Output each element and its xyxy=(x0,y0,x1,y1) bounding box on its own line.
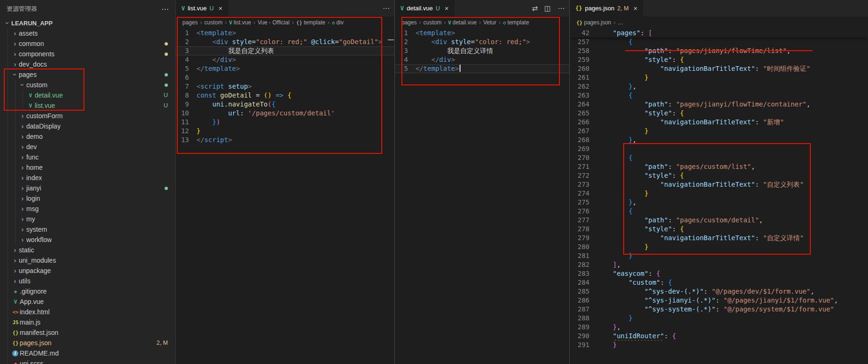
code-line-8[interactable]: 8const goDetail = () => { xyxy=(176,91,394,100)
code-line-263[interactable]: 263 { xyxy=(570,91,868,100)
code-line-269[interactable]: 269 xyxy=(570,144,868,153)
sticky-scroll-line[interactable]: 42 "pages": [ xyxy=(570,29,868,38)
tree-item-msg[interactable]: ›msg xyxy=(0,204,175,214)
tree-item-manifest.json[interactable]: {}manifest.json xyxy=(0,327,175,338)
split-editor-icon[interactable]: ◫ xyxy=(544,4,551,13)
code-line-268[interactable]: 268 }, xyxy=(570,136,868,144)
tree-item-static[interactable]: ›static xyxy=(0,245,175,255)
code-line-7[interactable]: 7<script setup> xyxy=(176,82,394,91)
tree-item-main.js[interactable]: JSmain.js xyxy=(0,317,175,327)
tree-item-assets[interactable]: ›assets xyxy=(0,28,175,38)
code-line-285[interactable]: 285 "^sys-dev-(.*)": "@/pages/dev/$1/for… xyxy=(570,287,868,296)
breadcrumb-item[interactable]: ◇template xyxy=(503,19,529,26)
close-icon[interactable]: × xyxy=(219,4,223,12)
more-actions-icon[interactable]: ⋯ xyxy=(558,4,565,13)
code-line-271[interactable]: 271 "path": "pages/custom/list", xyxy=(570,162,868,171)
code-line-258[interactable]: 258 "path": "pages/jianyi/flowTime/list"… xyxy=(570,46,868,55)
tree-item-detail.vue[interactable]: Vdetail.vueU xyxy=(0,90,175,100)
tree-item-unpackage[interactable]: ›unpackage xyxy=(0,265,175,276)
code-line-290[interactable]: 290 "uniIdRouter": { xyxy=(570,332,868,341)
tree-item-dev_docs[interactable]: ›dev_docs xyxy=(0,59,175,69)
tree-item-dataDisplay[interactable]: ›dataDisplay xyxy=(0,121,175,131)
breadcrumb-item[interactable]: pages xyxy=(182,19,198,26)
tree-item-pages[interactable]: ›pages xyxy=(0,69,175,80)
breadcrumb-item[interactable]: Vdetail.vue xyxy=(448,19,476,26)
breadcrumb-item[interactable]: … xyxy=(618,19,623,26)
code-line-266[interactable]: 266 "navigationBarTitleText": "新增" xyxy=(570,118,868,127)
code-line-270[interactable]: 270 { xyxy=(570,153,868,162)
code-line-282[interactable]: 282 ], xyxy=(570,260,868,269)
tree-item-workflow[interactable]: ›workflow xyxy=(0,235,175,245)
tree-item-components[interactable]: ›components xyxy=(0,49,175,59)
more-actions-icon[interactable]: ⋯ xyxy=(383,4,390,13)
code-line-276[interactable]: 276 { xyxy=(570,207,868,216)
tree-item-README.md[interactable]: iREADME.md xyxy=(0,348,175,358)
close-icon[interactable]: × xyxy=(634,4,638,12)
tree-item-index[interactable]: ›index xyxy=(0,173,175,183)
code-line-286[interactable]: 286 "^sys-jianyi-(.*)": "@/pages/jianyi/… xyxy=(570,296,868,305)
tree-item-demo[interactable]: ›demo xyxy=(0,131,175,142)
code-line-280[interactable]: 280 } xyxy=(570,243,868,251)
code-line-257[interactable]: 257 { xyxy=(570,38,868,46)
code-line-287[interactable]: 287 "^sys-system-(.*)": "@/pages/system/… xyxy=(570,305,868,314)
tree-item-common[interactable]: ›common xyxy=(0,38,175,49)
breadcrumb-item[interactable]: Vue - Official xyxy=(257,19,289,26)
tree-item-App.vue[interactable]: VApp.vue xyxy=(0,296,175,307)
tree-item-my[interactable]: ›my xyxy=(0,214,175,224)
code-line-6[interactable]: 6 xyxy=(176,73,394,82)
tree-item-func[interactable]: ›func xyxy=(0,152,175,162)
code-line-9[interactable]: 9 uni.navigateTo({ xyxy=(176,100,394,109)
tree-item-customForm[interactable]: ›customForm xyxy=(0,111,175,121)
code-line-261[interactable]: 261 } xyxy=(570,73,868,82)
code-line-278[interactable]: 278 "style": { xyxy=(570,225,868,234)
code-line-259[interactable]: 259 "style": { xyxy=(570,55,868,64)
tree-item-.gitignore[interactable]: ◆.gitignore xyxy=(0,286,175,296)
code-line-274[interactable]: 274 } xyxy=(570,189,868,198)
tree-item-system[interactable]: ›system xyxy=(0,224,175,235)
code-line-13[interactable]: 13</script> xyxy=(176,136,394,144)
code-line-279[interactable]: 279 "navigationBarTitleText": "自定义详情" xyxy=(570,234,868,243)
code-line-2[interactable]: 2 <div style="color: red;"> xyxy=(395,38,569,46)
tree-item-jianyi[interactable]: ›jianyi xyxy=(0,183,175,193)
code-line-3[interactable]: 3 我是自定义详情 xyxy=(395,46,569,55)
code-line-4[interactable]: 4 </div> xyxy=(395,55,569,64)
tree-item-utils[interactable]: ›utils xyxy=(0,276,175,286)
breadcrumb-item[interactable]: custom xyxy=(423,19,442,26)
code-line-11[interactable]: 11 }) xyxy=(176,118,394,127)
tree-item-list.vue[interactable]: Vlist.vueU xyxy=(0,100,175,111)
tree-item-login[interactable]: ›login xyxy=(0,193,175,204)
code-line-284[interactable]: 284 "custom": { xyxy=(570,278,868,287)
tree-item-index.html[interactable]: <>index.html xyxy=(0,307,175,317)
breadcrumb-item[interactable]: pages xyxy=(401,19,417,26)
code-line-1[interactable]: 1<template> xyxy=(176,29,394,38)
code-line-260[interactable]: 260 "navigationBarTitleText": "时间组件验证" xyxy=(570,64,868,73)
breadcrumb-item[interactable]: custom xyxy=(204,19,223,26)
code-line-4[interactable]: 4 </div> xyxy=(176,55,394,64)
code-line-12[interactable]: 12} xyxy=(176,127,394,136)
code-line-288[interactable]: 288 } xyxy=(570,314,868,323)
tree-item-pages.json[interactable]: {}pages.json2, M xyxy=(0,338,175,348)
tree-item-uni.scss[interactable]: ◆uni.scss xyxy=(0,358,175,364)
breadcrumb-item[interactable]: ◇div xyxy=(332,19,344,26)
code-line-265[interactable]: 265 "style": { xyxy=(570,109,868,118)
tree-item-LEARUN_APP[interactable]: ›LEARUN_APP xyxy=(0,18,175,28)
breadcrumb-item[interactable]: {}pages.json xyxy=(576,19,611,26)
code-line-10[interactable]: 10 url: '/pages/custom/detail' xyxy=(176,109,394,118)
breadcrumb-item[interactable]: Vlist.vue xyxy=(229,19,251,26)
code-line-262[interactable]: 262 }, xyxy=(570,82,868,91)
tree-item-home[interactable]: ›home xyxy=(0,162,175,173)
tab-detail-vue[interactable]: V detail.vue U × xyxy=(395,0,455,16)
breadcrumb-item[interactable]: {}template xyxy=(296,19,325,26)
code-line-3[interactable]: 3 我是自定义列表 xyxy=(176,46,394,55)
tree-item-uni_modules[interactable]: ›uni_modules xyxy=(0,255,175,265)
code-line-2[interactable]: 2 <div style="color: red;" @click="goDet… xyxy=(176,38,394,46)
code-line-264[interactable]: 264 "path": "pages/jianyi/flowTime/conta… xyxy=(570,100,868,109)
code-line-272[interactable]: 272 "style": { xyxy=(570,171,868,180)
more-actions-icon[interactable]: ⋯ xyxy=(161,5,169,14)
code-line-275[interactable]: 275 }, xyxy=(570,198,868,207)
code-line-273[interactable]: 273 "navigationBarTitleText": "自定义列表" xyxy=(570,180,868,189)
code-line-267[interactable]: 267 } xyxy=(570,127,868,136)
close-icon[interactable]: × xyxy=(445,4,449,12)
code-line-42[interactable]: 42 "pages": [ xyxy=(570,29,868,38)
code-line-1[interactable]: 1<template> xyxy=(395,29,569,38)
